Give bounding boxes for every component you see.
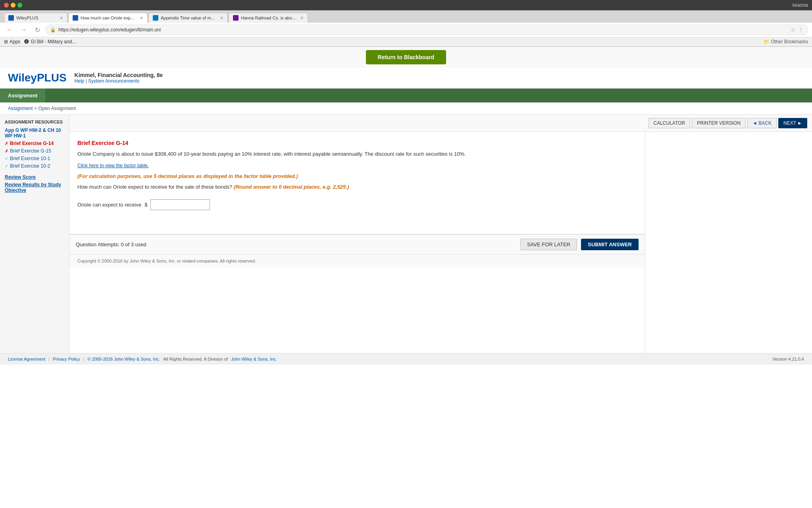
other-bookmarks-label: Other Bookmarks [771,39,808,44]
breadcrumb-link[interactable]: Assignment [8,106,33,111]
lock-icon: 🔒 [50,27,56,33]
gibill-label: GI Bill - Military and... [31,39,76,44]
right-panel [645,132,812,353]
header-links: Help | System Announcements [75,78,163,84]
refresh-button[interactable]: ↻ [33,25,42,35]
tab-oriole[interactable]: How much can Oriole expect t ✕ [68,13,148,23]
answer-input[interactable] [150,199,210,210]
footer-division-link[interactable]: John Wiley & Sons, Inc. [231,357,277,361]
calculator-button[interactable]: CALCULATOR [648,118,691,128]
sidebar-item-g15[interactable]: ✗ Brief Exercise G-15 [5,148,64,154]
oriole-favicon [73,15,78,21]
sidebar-link-10-1[interactable]: Brief Exercise 10-1 [10,156,50,161]
appendix-favicon [153,15,158,21]
dollar-sign: $ [144,202,147,208]
traffic-lights [4,3,22,8]
back-button[interactable]: ◄ BACK [747,118,777,128]
sidebar-review-section: Review Score Review Results by Study Obj… [5,174,64,193]
tab-wiley[interactable]: WileyPLUS ✕ [4,13,67,23]
content-area: CALCULATOR PRINTER VERSION ◄ BACK NEXT ►… [69,115,812,353]
book-title: Kimmel, Financial Accounting, 8e [75,72,163,78]
sidebar-link-g15[interactable]: Brief Exercise G-15 [10,148,51,154]
assignment-nav: Assignment [0,89,812,102]
sidebar-link-g14[interactable]: Brief Exercise G-14 [10,141,54,146]
footer-copyright-link[interactable]: © 2000-2016 John Wiley & Sons, Inc. [87,357,160,361]
review-score-link[interactable]: Review Score [5,174,64,180]
star-icon[interactable]: ☆ [791,27,796,33]
other-bookmarks[interactable]: 📁 Other Bookmarks [764,39,808,44]
content-toolbar: CALCULATOR PRINTER VERSION ◄ BACK NEXT ► [69,115,812,132]
breadcrumb-current: Open Assignment [38,106,76,111]
tab-appendix-close[interactable]: ✕ [220,15,223,21]
attempts-text: Question Attempts: 0 of 3 used [76,241,146,247]
wiley-header: WileyPLUS Kimmel, Financial Accounting, … [0,68,812,89]
answer-label: Oriole can expect to receive [77,202,141,208]
tab-wiley-label: WileyPLUS [16,15,57,20]
gibill-favicon: 🅖 [24,39,29,44]
announcements-link[interactable]: System Announcements [88,78,139,84]
sidebar-section-title: ASSIGNMENT RESOURCES [5,120,64,124]
page-footer: License Agreement | Privacy Policy | © 2… [0,353,812,365]
exercise-title: Brief Exercise G-14 [77,140,637,146]
review-results-link[interactable]: Review Results by Study Objective [5,182,64,193]
save-for-later-button[interactable]: SAVE FOR LATER [520,239,577,250]
sidebar-link-10-2[interactable]: Brief Exercise 10-2 [10,163,50,169]
return-to-blackboard-button[interactable]: Return to Blackboard [366,50,446,64]
help-link[interactable]: Help [75,78,85,84]
x-icon-g15: ✗ [5,149,8,154]
tab-appendix[interactable]: Appendix Time value of money ✕ [148,13,228,23]
back-nav-button[interactable]: ← [4,25,15,34]
tab-oriole-close[interactable]: ✕ [140,15,143,21]
question-text: How much can Oriole expect to receive fo… [77,184,637,190]
main-layout: ASSIGNMENT RESOURCES App G WP HW-2 & CH … [0,115,812,353]
bookmark-apps[interactable]: ⊞ Apps [4,39,20,44]
tab-hanna-close[interactable]: ✕ [300,15,304,21]
exercise-description: Oriole Company is about to issue $308,40… [77,150,637,158]
submit-answer-button[interactable]: SUBMIT ANSWER [581,239,639,250]
tab-appendix-label: Appendix Time value of money [161,15,217,20]
username-label: keanna [793,2,808,8]
question-text-main: How much can Oriole expect to receive fo… [77,184,232,190]
return-btn-wrapper: Return to Blackboard [0,47,812,68]
next-button[interactable]: NEXT ► [778,118,807,128]
printer-version-button[interactable]: PRINTER VERSION [692,118,746,128]
action-bar: Question Attempts: 0 of 3 used SAVE FOR … [69,234,645,254]
sidebar-link-hwch10[interactable]: App G WP HW-2 & CH 10 WP HW-1 [5,127,64,139]
x-icon-g14: ✗ [5,141,8,146]
maximize-button[interactable] [17,3,22,8]
sidebar-item-10-2[interactable]: ✓ Brief Exercise 10-2 [5,163,64,169]
tabs-bar: WileyPLUS ✕ How much can Oriole expect t… [0,10,812,23]
sidebar-item-10-1[interactable]: ✓ Brief Exercise 10-1 [5,156,64,161]
copyright-text: Copyright © 2000-2016 by John Wiley & So… [77,259,256,263]
factor-table-link[interactable]: Click here to view the factor table. [77,163,637,168]
question-panel: Brief Exercise G-14 Oriole Company is ab… [69,132,645,234]
close-button[interactable] [4,3,9,8]
wiley-logo: WileyPLUS [8,71,67,84]
tab-oriole-label: How much can Oriole expect t [81,15,137,20]
sidebar-resources-section: ASSIGNMENT RESOURCES App G WP HW-2 & CH … [5,120,64,169]
footer-links: License Agreement | Privacy Policy | © 2… [8,357,277,361]
tab-hanna[interactable]: Hanna Railroad Co. is about to ✕ [229,13,308,23]
address-bar-actions: ☆ ⋮ [791,27,804,33]
breadcrumb-separator: > [34,106,38,111]
question-content: Brief Exercise G-14 Oriole Company is ab… [69,132,645,353]
tab-hanna-label: Hanna Railroad Co. is about to [241,15,298,20]
tab-wiley-close[interactable]: ✕ [60,15,63,21]
menu-icon[interactable]: ⋮ [798,27,804,33]
logo-text: WileyPLUS [8,71,67,84]
calculation-note: (For calculation purposes, use 5 decimal… [77,173,637,179]
assignment-tab[interactable]: Assignment [0,89,45,102]
bookmark-gibill[interactable]: 🅖 GI Bill - Military and... [24,39,76,44]
license-agreement-link[interactable]: License Agreement [8,357,45,361]
forward-nav-button[interactable]: → [18,25,29,34]
round-note: (Round answer to 0 decimal places, e.g. … [234,184,349,190]
header-info: Kimmel, Financial Accounting, 8e Help | … [75,72,163,84]
privacy-policy-link[interactable]: Privacy Policy [53,357,80,361]
minimize-button[interactable] [11,3,15,8]
sidebar-item-g14[interactable]: ✗ Brief Exercise G-14 [5,141,64,146]
address-bar[interactable]: 🔒 https://edugen.wileyplus.com/edugen/lt… [46,25,808,35]
apps-icon: ⊞ [4,39,8,44]
check-icon-10-1: ✓ [5,156,8,161]
check-icon-10-2: ✓ [5,164,8,169]
sidebar: ASSIGNMENT RESOURCES App G WP HW-2 & CH … [0,115,69,353]
